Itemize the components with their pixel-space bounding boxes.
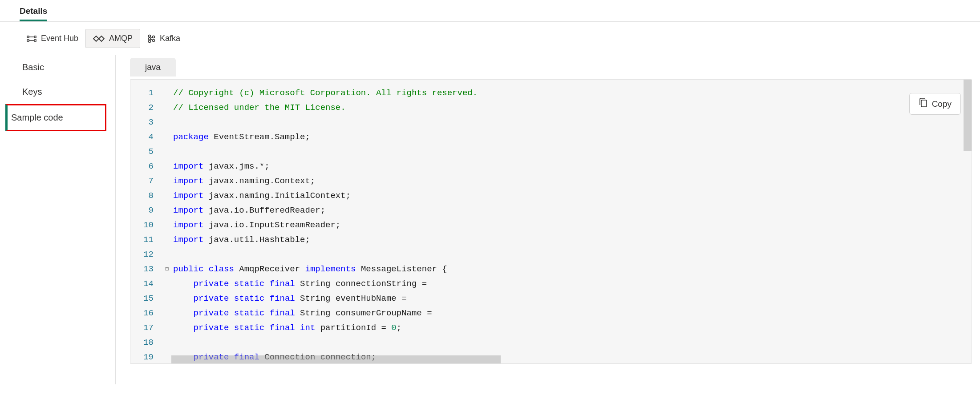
copy-button[interactable]: Copy [909,93,961,115]
copy-icon [919,98,927,110]
svg-rect-2 [34,36,36,38]
fold-gutter [162,174,172,189]
code-text: public class AmqpReceiver implements Mes… [172,262,447,277]
svg-rect-0 [27,36,29,38]
svg-point-4 [149,35,151,37]
code-line: 13⊟public class AmqpReceiver implements … [130,262,972,277]
code-text: import javax.naming.InitialContext; [172,189,351,203]
copy-label: Copy [932,99,952,109]
line-number: 8 [130,189,162,203]
code-line: 5 [130,145,972,159]
code-text [172,335,173,350]
code-text: private static final String consumerGrou… [172,306,432,321]
fold-gutter [162,218,172,233]
fold-gutter [162,203,172,218]
code-text: // Licensed under the MIT License. [172,101,346,115]
code-text: import javax.jms.*; [172,159,270,174]
details-title[interactable]: Details [20,6,47,21]
code-line: 17 private static final int partitionId … [130,321,972,335]
code-text: private static final int partitionId = 0… [172,321,401,335]
fold-gutter [162,247,172,262]
code-line: 12 [130,247,972,262]
protocol-tab-eventhub[interactable]: Event Hub [20,29,85,48]
code-line: 15 private static final String eventHubN… [130,291,972,306]
protocol-tab-label: Event Hub [41,34,78,43]
protocol-tabs: Event HubAMQPKafka [0,22,980,55]
code-line: 8import javax.naming.InitialContext; [130,189,972,203]
code-line: 18 [130,335,972,350]
line-number: 18 [130,335,162,350]
code-line: 9import java.io.BufferedReader; [130,203,972,218]
fold-gutter [162,86,172,101]
vertical-scrollbar[interactable] [964,80,972,151]
code-text: import java.io.BufferedReader; [172,203,325,218]
code-lines[interactable]: 1// Copyright (c) Microsoft Corporation.… [130,80,972,364]
code-text: private static final String connectionSt… [172,277,427,291]
code-line: 3 [130,115,972,130]
line-number: 9 [130,203,162,218]
protocol-tab-kafka[interactable]: Kafka [140,29,187,48]
fold-gutter [162,321,172,335]
svg-rect-9 [921,100,927,107]
fold-gutter [162,115,172,130]
svg-point-7 [153,36,155,38]
line-number: 4 [130,130,162,145]
line-number: 5 [130,145,162,159]
code-line: 2// Licensed under the MIT License. [130,101,972,115]
line-number: 6 [130,159,162,174]
code-text [172,115,173,130]
svg-point-5 [149,40,151,42]
sidebar-item-keys[interactable]: Keys [18,80,106,104]
code-line: 7import javax.naming.Context; [130,174,972,189]
horizontal-scrollbar[interactable] [171,355,501,363]
sidebar-item-basic[interactable]: Basic [18,55,106,80]
code-block: Copy 1// Copyright (c) Microsoft Corpora… [130,79,972,364]
code-line: 16 private static final String consumerG… [130,306,972,321]
svg-point-8 [153,39,155,41]
line-number: 17 [130,321,162,335]
details-header: Details [0,0,980,22]
protocol-tab-amqp[interactable]: AMQP [85,29,140,48]
line-number: 3 [130,115,162,130]
main-content: java Copy 1// Copyright (c) Microsoft Co… [116,55,980,384]
fold-gutter [162,306,172,321]
fold-gutter [162,189,172,203]
line-number: 12 [130,247,162,262]
code-text: import javax.naming.Context; [172,174,315,189]
line-number: 7 [130,174,162,189]
language-tab[interactable]: java [130,58,176,77]
line-number: 16 [130,306,162,321]
svg-rect-1 [27,40,29,41]
protocol-tab-label: AMQP [109,34,133,43]
code-line: 4package EventStream.Sample; [130,130,972,145]
amqp-icon [93,35,105,42]
sidebar: BasicKeysSample code [0,55,116,384]
fold-gutter [162,350,172,364]
fold-gutter[interactable]: ⊟ [162,262,172,277]
sidebar-item-sample[interactable]: Sample code [5,104,106,131]
code-line: 6import javax.jms.*; [130,159,972,174]
fold-gutter [162,233,172,247]
code-text: import java.util.Hashtable; [172,233,310,247]
code-text: import java.io.InputStreamReader; [172,218,340,233]
code-line: 10import java.io.InputStreamReader; [130,218,972,233]
code-text [172,247,173,262]
line-number: 19 [130,350,162,364]
kafka-icon [147,34,155,44]
fold-gutter [162,335,172,350]
code-text: package EventStream.Sample; [172,130,310,145]
svg-rect-3 [34,40,36,41]
code-text [172,145,173,159]
fold-gutter [162,277,172,291]
code-line: 11import java.util.Hashtable; [130,233,972,247]
fold-gutter [162,145,172,159]
fold-gutter [162,159,172,174]
line-number: 10 [130,218,162,233]
fold-gutter [162,291,172,306]
svg-point-6 [149,37,151,40]
line-number: 13 [130,262,162,277]
fold-gutter [162,130,172,145]
line-number: 2 [130,101,162,115]
code-line: 14 private static final String connectio… [130,277,972,291]
line-number: 15 [130,291,162,306]
